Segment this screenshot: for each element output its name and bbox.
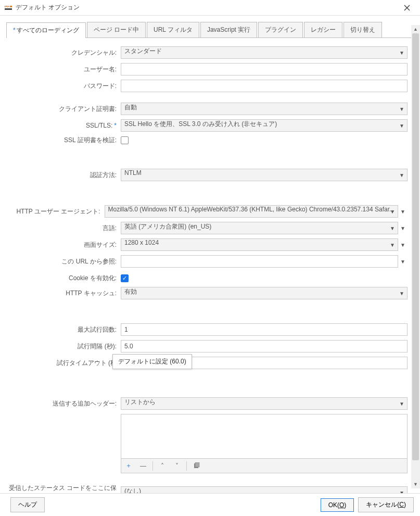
help-button[interactable]: ヘルプ xyxy=(10,497,45,512)
tab-bar: *すべてのローディング ページ ロード中 URL フィルタ JavaScript… xyxy=(6,22,414,38)
label-verify-ssl: SSL 証明書を検証: xyxy=(7,136,121,145)
tooltip-timeout-default: デフォルトに設定 (60.0) xyxy=(112,354,192,369)
move-up-icon[interactable]: ˄ xyxy=(156,460,169,472)
password-input[interactable] xyxy=(121,80,408,92)
language-select[interactable]: 英語 (アメリカ合衆国) (en_US) ▼ xyxy=(121,222,398,234)
tab-page-load[interactable]: ページ ロード中 xyxy=(87,22,146,37)
label-credentials: クレデンシャル: xyxy=(7,48,121,57)
label-auth-method: 認証方法: xyxy=(7,171,121,180)
extra-headers-list[interactable] xyxy=(121,414,408,459)
label-ssl-tls: SSL/TLS:* xyxy=(7,122,121,129)
label-extra-headers: 送信する追加ヘッダー: xyxy=(7,399,121,408)
titlebar: DS デフォルト オプション xyxy=(0,0,420,16)
dialog-button-bar: ヘルプ OK(O) キャンセル(C) xyxy=(0,493,420,516)
refer-from-input[interactable] xyxy=(121,255,398,268)
tab-url-filter[interactable]: URL フィルタ xyxy=(147,22,199,37)
move-down-icon[interactable]: ˅ xyxy=(170,460,184,472)
credentials-select[interactable]: スタンダード ▼ xyxy=(121,46,408,59)
label-client-cert: クライアント証明書: xyxy=(7,105,121,114)
close-icon[interactable] xyxy=(398,1,416,15)
content-area: *すべてのローディング ページ ロード中 URL フィルタ JavaScript… xyxy=(0,16,420,516)
user-agent-select[interactable]: Mozilla/5.0 (Windows NT 6.1) AppleWebKit… xyxy=(105,205,398,218)
label-username: ユーザー名: xyxy=(7,65,121,74)
label-attempt-timeout: 試行タイムアウト (秒 xyxy=(7,359,121,368)
label-max-attempts: 最大試行回数: xyxy=(7,325,121,334)
username-input[interactable] xyxy=(121,63,408,75)
window-title: デフォルト オプション xyxy=(16,3,398,12)
ok-button[interactable]: OK(O) xyxy=(321,498,354,512)
svg-text:DS: DS xyxy=(5,4,10,8)
max-attempts-input[interactable] xyxy=(121,323,408,336)
auth-method-select[interactable]: NTLM ▼ xyxy=(121,169,408,181)
scroll-down-icon[interactable]: ▼ xyxy=(411,480,420,488)
form-panel: クレデンシャル: スタンダード ▼ ユーザー名: パスワード: クライアント証明… xyxy=(6,44,414,516)
tab-legacy[interactable]: レガシー xyxy=(304,22,342,37)
remove-icon[interactable]: — xyxy=(136,460,150,472)
enable-cookies-checkbox[interactable]: ✓ xyxy=(121,274,129,282)
copy-icon[interactable] xyxy=(189,460,203,472)
add-icon[interactable]: ＋ xyxy=(122,460,135,472)
tab-plugin[interactable]: プラグイン xyxy=(258,22,303,37)
scrollbar-thumb[interactable] xyxy=(412,33,419,460)
tab-all-loading[interactable]: *すべてのローディング xyxy=(6,22,86,38)
client-cert-select[interactable]: 自動 ▼ xyxy=(121,103,408,115)
list-toolbar: ＋ — ˄ ˅ xyxy=(121,459,408,473)
screen-size-expand-icon[interactable]: ▼ xyxy=(398,242,408,248)
label-language: 言語: xyxy=(7,224,121,233)
tab-javascript[interactable]: JavaScript 実行 xyxy=(200,22,257,37)
label-screen-size: 画面サイズ: xyxy=(7,241,121,249)
screen-size-select[interactable]: 1280 x 1024 ▼ xyxy=(121,238,398,251)
user-agent-expand-icon[interactable]: ▼ xyxy=(398,209,408,215)
language-expand-icon[interactable]: ▼ xyxy=(398,225,408,231)
cancel-button[interactable]: キャンセル(C) xyxy=(358,497,414,512)
attempt-interval-input[interactable] xyxy=(121,340,408,353)
label-attempt-interval: 試行間隔 (秒): xyxy=(7,342,121,351)
label-user-agent: HTTP ユーザー エージェント: xyxy=(7,207,105,216)
app-icon: DS xyxy=(4,4,12,12)
verify-ssl-checkbox[interactable] xyxy=(121,136,129,144)
ssl-tls-select[interactable]: SSL Hello を使用、SSL 3.0 のみ受け入れ (非セキュア) ▼ xyxy=(121,119,408,132)
svg-rect-4 xyxy=(195,462,199,467)
http-cache-select[interactable]: 有効 ▼ xyxy=(121,287,408,299)
label-http-cache: HTTP キャッシュ: xyxy=(7,289,121,298)
tab-switch[interactable]: 切り替え xyxy=(343,22,382,37)
vertical-scrollbar[interactable]: ▲ ▼ xyxy=(411,25,420,488)
svg-rect-1 xyxy=(5,8,12,10)
label-refer-from: この URL から参照: xyxy=(7,257,121,266)
scroll-up-icon[interactable]: ▲ xyxy=(411,25,420,33)
label-enable-cookies: Cookie を有効化: xyxy=(7,274,121,283)
refer-from-expand-icon[interactable]: ▼ xyxy=(398,259,408,265)
extra-headers-mode-select[interactable]: リストから ▼ xyxy=(121,397,408,410)
label-password: パスワード: xyxy=(7,82,121,91)
